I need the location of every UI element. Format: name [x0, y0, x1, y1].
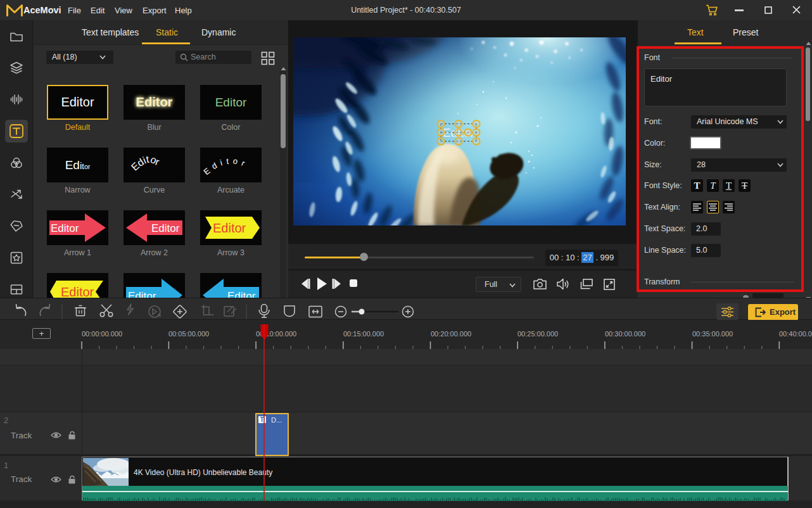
svg-text:Editor: Editor	[151, 222, 180, 234]
svg-text:Editor: Editor	[51, 222, 79, 234]
svg-text:Editor: Editor	[213, 221, 246, 235]
svg-text:00:05:00.000: 00:05:00.000	[168, 330, 209, 338]
svg-text:00:30:00.000: 00:30:00.000	[605, 330, 645, 338]
svg-text:00:40:00.000: 00:40:00.000	[779, 330, 812, 338]
svg-text:Editor: Editor	[201, 156, 250, 177]
svg-text:Editor: Editor	[128, 290, 156, 298]
svg-text:00:25:00.000: 00:25:00.000	[517, 330, 558, 338]
svg-text:00:15:00.000: 00:15:00.000	[343, 330, 384, 338]
svg-text:Editor: Editor	[129, 154, 161, 173]
svg-text:00:35:00.000: 00:35:00.000	[692, 330, 733, 338]
svg-text:00:20:00.000: 00:20:00.000	[431, 330, 471, 338]
svg-text:00:00:00.000: 00:00:00.000	[82, 330, 122, 338]
svg-text:Editor: Editor	[61, 285, 94, 298]
svg-text:Editor: Editor	[227, 290, 256, 298]
